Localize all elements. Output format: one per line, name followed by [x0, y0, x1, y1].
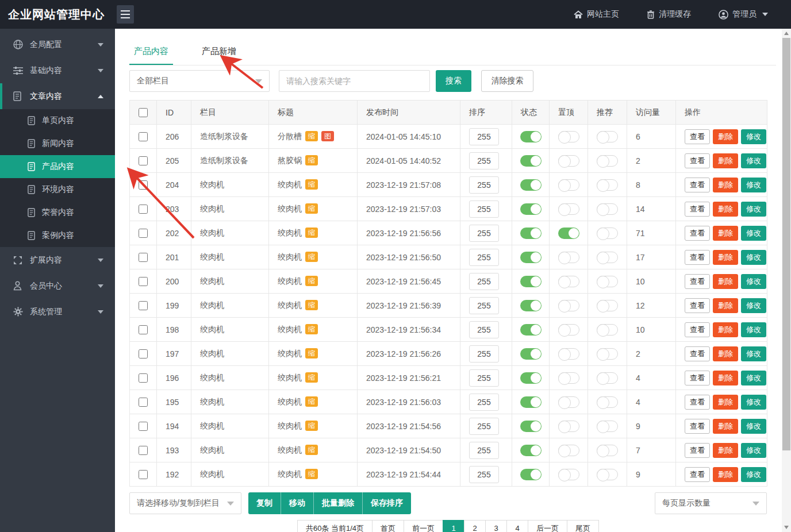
- delete-button[interactable]: 删除: [713, 419, 738, 434]
- pagination-后一页[interactable]: 后一页: [528, 520, 567, 532]
- row-checkbox[interactable]: [139, 373, 148, 383]
- sort-input[interactable]: [469, 442, 499, 459]
- top-toggle[interactable]: [558, 300, 579, 311]
- view-button[interactable]: 查看: [685, 178, 710, 192]
- status-toggle[interactable]: [520, 300, 542, 311]
- edit-button[interactable]: 修改: [741, 153, 766, 168]
- tab-product-add[interactable]: 产品新增: [197, 46, 241, 65]
- delete-button[interactable]: 删除: [713, 250, 738, 265]
- edit-button[interactable]: 修改: [741, 419, 766, 434]
- status-toggle[interactable]: [520, 179, 542, 191]
- status-toggle[interactable]: [520, 372, 542, 384]
- sidebar-item-basic-content[interactable]: 基础内容: [0, 57, 115, 83]
- delete-button[interactable]: 删除: [713, 298, 738, 313]
- sort-input[interactable]: [469, 394, 499, 411]
- top-toggle[interactable]: [558, 421, 579, 432]
- delete-button[interactable]: 删除: [713, 443, 738, 458]
- scrollbar-thumb[interactable]: [782, 38, 790, 450]
- top-toggle[interactable]: [558, 252, 579, 263]
- edit-button[interactable]: 修改: [741, 346, 766, 361]
- delete-button[interactable]: 删除: [713, 371, 738, 385]
- view-button[interactable]: 查看: [685, 226, 710, 241]
- status-toggle[interactable]: [520, 324, 542, 336]
- view-button[interactable]: 查看: [685, 153, 710, 168]
- edit-button[interactable]: 修改: [741, 298, 766, 313]
- row-checkbox[interactable]: [139, 205, 148, 214]
- sort-input[interactable]: [469, 321, 499, 338]
- sidebar-subitem-环境内容[interactable]: 环境内容: [0, 178, 115, 201]
- save-sort-button[interactable]: 保存排序: [362, 492, 411, 514]
- recommend-toggle[interactable]: [597, 203, 618, 215]
- delete-button[interactable]: 删除: [713, 346, 738, 361]
- view-button[interactable]: 查看: [685, 129, 710, 144]
- top-toggle[interactable]: [558, 469, 579, 480]
- top-toggle[interactable]: [558, 372, 579, 384]
- view-button[interactable]: 查看: [685, 467, 710, 482]
- sidebar-item-global-config[interactable]: 全局配置: [0, 32, 115, 57]
- move-copy-select[interactable]: 请选择移动/复制到栏目: [129, 492, 241, 514]
- pagination-尾页[interactable]: 尾页: [567, 520, 599, 532]
- row-checkbox[interactable]: [139, 180, 148, 190]
- sort-input[interactable]: [469, 466, 499, 483]
- delete-button[interactable]: 删除: [713, 129, 738, 144]
- recommend-toggle[interactable]: [597, 372, 618, 384]
- status-toggle[interactable]: [520, 203, 542, 215]
- top-toggle[interactable]: [558, 396, 579, 408]
- view-button[interactable]: 查看: [685, 298, 710, 313]
- nav-clear-cache[interactable]: 清理缓存: [647, 9, 691, 20]
- pagination-page-4[interactable]: 4: [506, 520, 528, 532]
- batch-delete-button[interactable]: 批量删除: [313, 492, 362, 514]
- edit-button[interactable]: 修改: [741, 226, 766, 241]
- recommend-toggle[interactable]: [597, 348, 618, 360]
- edit-button[interactable]: 修改: [741, 202, 766, 217]
- status-toggle[interactable]: [520, 469, 542, 480]
- edit-button[interactable]: 修改: [741, 395, 766, 410]
- delete-button[interactable]: 删除: [713, 226, 738, 241]
- sort-input[interactable]: [469, 176, 499, 194]
- delete-button[interactable]: 删除: [713, 467, 738, 482]
- status-toggle[interactable]: [520, 131, 542, 142]
- sidebar-item-article-content[interactable]: 文章内容: [0, 83, 115, 109]
- recommend-toggle[interactable]: [597, 421, 618, 432]
- row-checkbox[interactable]: [139, 470, 148, 479]
- top-toggle[interactable]: [558, 203, 579, 215]
- recommend-toggle[interactable]: [597, 228, 618, 239]
- scroll-up-arrow-icon[interactable]: [782, 29, 791, 38]
- delete-button[interactable]: 删除: [713, 322, 738, 337]
- edit-button[interactable]: 修改: [741, 178, 766, 192]
- recommend-toggle[interactable]: [597, 155, 618, 167]
- pagination-前一页[interactable]: 前一页: [404, 520, 443, 532]
- nav-site-home[interactable]: 网站主页: [574, 9, 619, 20]
- recommend-toggle[interactable]: [597, 179, 618, 191]
- sort-input[interactable]: [469, 345, 499, 363]
- pagination-page-1[interactable]: 1: [443, 520, 464, 532]
- row-checkbox[interactable]: [139, 398, 148, 407]
- top-toggle[interactable]: [558, 445, 579, 456]
- view-button[interactable]: 查看: [685, 443, 710, 458]
- status-toggle[interactable]: [520, 348, 542, 360]
- top-toggle[interactable]: [558, 348, 579, 360]
- tab-product-content[interactable]: 产品内容: [129, 46, 173, 65]
- search-input[interactable]: [279, 70, 430, 92]
- edit-button[interactable]: 修改: [741, 129, 766, 144]
- sidebar-subitem-单页内容[interactable]: 单页内容: [0, 109, 115, 132]
- edit-button[interactable]: 修改: [741, 322, 766, 337]
- nav-admin-menu[interactable]: 管理员: [719, 9, 768, 20]
- recommend-toggle[interactable]: [597, 396, 618, 408]
- recommend-toggle[interactable]: [597, 252, 618, 263]
- recommend-toggle[interactable]: [597, 324, 618, 336]
- row-checkbox[interactable]: [139, 132, 148, 141]
- view-button[interactable]: 查看: [685, 419, 710, 434]
- scroll-down-arrow-icon[interactable]: [782, 523, 791, 532]
- sidebar-subitem-产品内容[interactable]: 产品内容: [0, 155, 115, 178]
- row-checkbox[interactable]: [139, 229, 148, 238]
- sort-input[interactable]: [469, 128, 499, 145]
- view-button[interactable]: 查看: [685, 371, 710, 385]
- status-toggle[interactable]: [520, 396, 542, 408]
- delete-button[interactable]: 删除: [713, 395, 738, 410]
- status-toggle[interactable]: [520, 228, 542, 239]
- recommend-toggle[interactable]: [597, 445, 618, 456]
- pagination-首页[interactable]: 首页: [372, 520, 404, 532]
- recommend-toggle[interactable]: [597, 131, 618, 142]
- sidebar-subitem-荣誉内容[interactable]: 荣誉内容: [0, 201, 115, 224]
